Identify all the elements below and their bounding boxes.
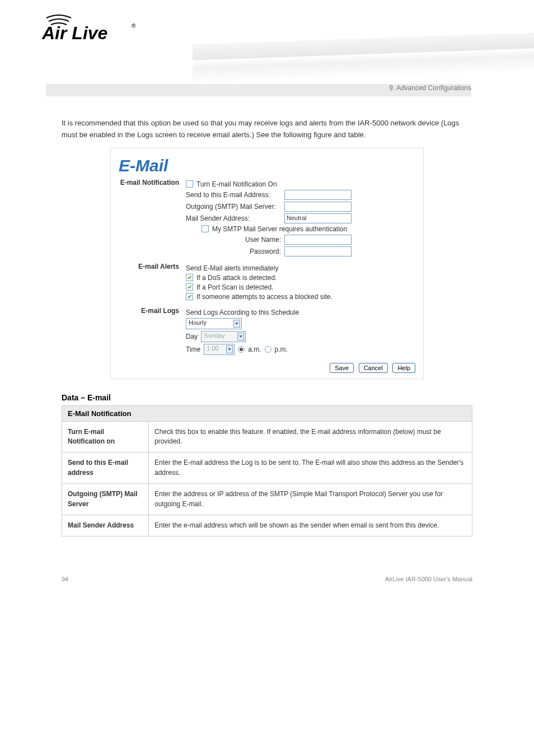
chapter-label: 9. Advanced Configurations [389, 84, 471, 92]
email-config-screenshot: E-Mail E-mail Notification Turn E-mail N… [110, 148, 424, 379]
turn-on-checkbox[interactable] [186, 180, 193, 188]
password-label: Password: [186, 248, 281, 255]
alert-portscan-label: If a Port Scan is detected. [196, 283, 273, 291]
product-name: AirLive IAR-5000 User's Manual [385, 576, 472, 582]
section-logs-label: E-mail Logs [119, 307, 186, 315]
schedule-select[interactable]: Hourly [186, 318, 242, 329]
logs-heading: Send Logs According to this Schedule [186, 309, 299, 316]
alerts-heading: Send E-Mail alerts immediately [186, 264, 278, 272]
page-number: 94 [62, 576, 68, 582]
alert-blocked-checkbox[interactable] [186, 293, 193, 300]
section-notification-label: E-mail Notification [119, 179, 186, 186]
chevron-down-icon [237, 333, 244, 340]
save-button[interactable]: Save [330, 363, 354, 373]
intro-text: It is recommended that this option be us… [62, 118, 472, 141]
am-radio[interactable] [238, 346, 245, 353]
alert-portscan-checkbox[interactable] [186, 283, 193, 291]
brand-logo: Air Live ® [42, 11, 154, 47]
send-to-label: Send to this E-mail Address: [186, 191, 281, 199]
pm-radio[interactable] [265, 346, 271, 353]
time-select[interactable]: 1:00 [204, 344, 235, 355]
chevron-down-icon [226, 346, 233, 353]
day-select[interactable]: Sunday [201, 331, 246, 342]
username-label: User Name: [186, 236, 281, 244]
alert-blocked-label: If someone attempts to access a blocked … [196, 293, 332, 301]
cancel-button[interactable]: Cancel [359, 363, 388, 373]
svg-text:Air Live: Air Live [42, 23, 107, 43]
section-alerts-label: E-mail Alerts [119, 263, 186, 270]
username-input[interactable] [284, 235, 352, 245]
smtp-label: Outgoing (SMTP) Mail Server: [186, 203, 281, 211]
day-label: Day [186, 333, 198, 340]
svg-text:®: ® [132, 23, 136, 29]
chevron-down-icon [233, 320, 240, 328]
smtp-input[interactable] [284, 202, 352, 212]
auth-checkbox[interactable] [202, 225, 209, 232]
table-row: Outgoing (SMTP) Mail ServerEnter the add… [62, 484, 472, 515]
help-button[interactable]: Help [392, 363, 415, 373]
send-to-input[interactable] [284, 190, 352, 200]
alert-dos-checkbox[interactable] [186, 274, 193, 281]
time-label: Time [186, 346, 200, 353]
turn-on-label: Turn E-mail Notification On [196, 180, 277, 188]
description-table: E-Mail Notification Turn E-mail Notifica… [62, 405, 472, 537]
am-label: a.m. [248, 346, 261, 353]
screenshot-title: E-Mail [119, 156, 415, 175]
table-row: Turn E-mail Notification onCheck this bo… [62, 421, 472, 452]
data-heading: Data – E-mail [62, 393, 472, 402]
auth-label: My SMTP Mail Server requires authenticat… [212, 225, 347, 233]
table-header: E-Mail Notification [62, 405, 472, 421]
password-input[interactable] [284, 246, 352, 256]
sender-label: Mail Sender Address: [186, 214, 281, 222]
sender-input[interactable]: Neutral [284, 213, 352, 223]
table-row: Send to this E-mail addressEnter the E-m… [62, 452, 472, 484]
alert-dos-label: If a DoS attack is detected. [196, 274, 277, 282]
pm-label: p.m. [275, 346, 288, 353]
table-row: Mail Sender AddressEnter the e-mail addr… [62, 515, 472, 536]
